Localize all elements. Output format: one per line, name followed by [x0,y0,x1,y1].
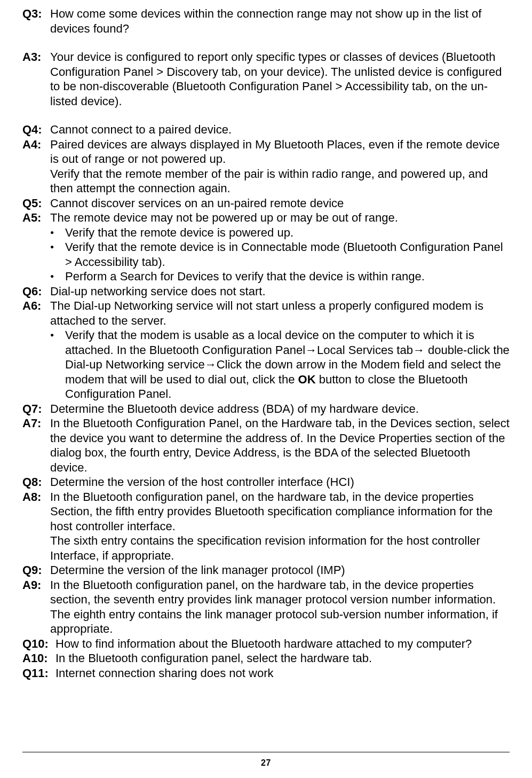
faq-a4-p1: Paired devices are always displayed in M… [50,137,510,167]
faq-a6-intro: The Dial-up Networking service will not … [50,298,510,328]
faq-q5-text: Cannot discover services on an un-paired… [50,196,510,211]
faq-a10-text: In the Bluetooth configuration panel, se… [55,651,510,666]
faq-a5-label: A5: [22,210,50,225]
bullet-text: Perform a Search for Devices to verify t… [65,269,510,284]
faq-q9-text: Determine the version of the link manage… [50,563,510,578]
spacer [22,36,510,50]
faq-q6-label: Q6: [22,284,50,299]
faq-a5: A5: The remote device may not be powered… [22,210,510,284]
faq-q3: Q3: How come some devices within the con… [22,6,510,36]
faq-a6-label: A6: [22,298,50,313]
bullet-text: Verify that the modem is usable as a loc… [65,328,510,402]
footer-divider [22,752,510,752]
faq-q8-text: Determine the version of the host contro… [50,475,510,490]
faq-a8: A8: In the Bluetooth configuration panel… [22,490,510,563]
faq-a4-body: Paired devices are always displayed in M… [50,137,510,196]
faq-a8-p1: In the Bluetooth configuration panel, on… [50,490,510,534]
faq-a10-label: A10: [22,651,55,666]
faq-a9-label: A9: [22,578,50,593]
bullet-icon: ● [50,269,65,280]
spacer [22,108,510,122]
page-number: 27 [0,758,532,768]
bullet-icon: ● [50,328,65,339]
faq-a3-label: A3: [22,50,50,65]
faq-a9: A9: In the Bluetooth configuration panel… [22,578,510,636]
faq-q10-label: Q10: [22,636,55,651]
faq-q9-label: Q9: [22,563,50,578]
faq-q7-text: Determine the Bluetooth device address (… [50,402,510,416]
faq-q6: Q6: Dial-up networking service does not … [22,284,510,299]
page: Q3: How come some devices within the con… [0,0,532,778]
faq-q3-label: Q3: [22,6,50,21]
faq-q6-text: Dial-up networking service does not star… [50,284,510,299]
faq-a4: A4: Paired devices are always displayed … [22,137,510,196]
bullet-text: Verify that the remote device is in Conn… [65,240,510,269]
faq-q8-label: Q8: [22,475,50,490]
list-item: ● Verify that the remote device is in Co… [50,240,510,269]
faq-a3: A3: Your device is configured to report … [22,50,510,108]
faq-a9-p1: In the Bluetooth configuration panel, on… [50,578,510,607]
faq-a7-label: A7: [22,416,50,431]
faq-a5-bullets: ● Verify that the remote device is power… [50,225,510,284]
faq-a3-text: Your device is configured to report only… [50,50,510,108]
text-run: Local Services tab [317,343,413,357]
faq-a9-p2: The eighth entry contains the link manag… [50,607,510,636]
list-item: ● Verify that the modem is usable as a l… [50,328,510,402]
faq-a6-bullets: ● Verify that the modem is usable as a l… [50,328,510,402]
faq-q8: Q8: Determine the version of the host co… [22,475,510,490]
faq-a4-p2: Verify that the remote member of the pai… [50,167,510,196]
faq-a9-body: In the Bluetooth configuration panel, on… [50,578,510,636]
ok-bold: OK [298,373,316,386]
faq-q11-text: Internet connection sharing does not wor… [55,666,510,681]
faq-a6-body: The Dial-up Networking service will not … [50,298,510,402]
arrow-icon: → [205,358,217,371]
faq-a5-intro: The remote device may not be powered up … [50,210,510,225]
bullet-icon: ● [50,225,65,237]
list-item: ● Verify that the remote device is power… [50,225,510,240]
faq-a6: A6: The Dial-up Networking service will … [22,298,510,402]
faq-q11-label: Q11: [22,666,55,681]
faq-q5-label: Q5: [22,196,50,211]
faq-q9: Q9: Determine the version of the link ma… [22,563,510,578]
faq-a8-body: In the Bluetooth configuration panel, on… [50,490,510,563]
faq-a8-p2: The sixth entry contains the specificati… [50,533,510,563]
faq-a10: A10: In the Bluetooth configuration pane… [22,651,510,666]
arrow-icon: → [413,343,425,357]
faq-q10-text: How to find information about the Blueto… [55,636,510,651]
arrow-icon: → [305,343,317,357]
bullet-icon: ● [50,240,65,251]
faq-a5-body: The remote device may not be powered up … [50,210,510,284]
list-item: ● Perform a Search for Devices to verify… [50,269,510,284]
faq-q4-label: Q4: [22,122,50,137]
faq-q3-text: How come some devices within the connect… [50,6,510,36]
faq-q7: Q7: Determine the Bluetooth device addre… [22,402,510,416]
faq-q7-label: Q7: [22,402,50,416]
faq-q4: Q4: Cannot connect to a paired device. [22,122,510,137]
faq-a4-label: A4: [22,137,50,152]
faq-a7: A7: In the Bluetooth Configuration Panel… [22,416,510,475]
faq-q10: Q10: How to find information about the B… [22,636,510,651]
faq-q11: Q11: Internet connection sharing does no… [22,666,510,681]
faq-q5: Q5: Cannot discover services on an un-pa… [22,196,510,211]
faq-a7-text: In the Bluetooth Configuration Panel, on… [50,416,510,475]
bullet-text: Verify that the remote device is powered… [65,225,510,240]
faq-q4-text: Cannot connect to a paired device. [50,122,510,137]
faq-a8-label: A8: [22,490,50,505]
